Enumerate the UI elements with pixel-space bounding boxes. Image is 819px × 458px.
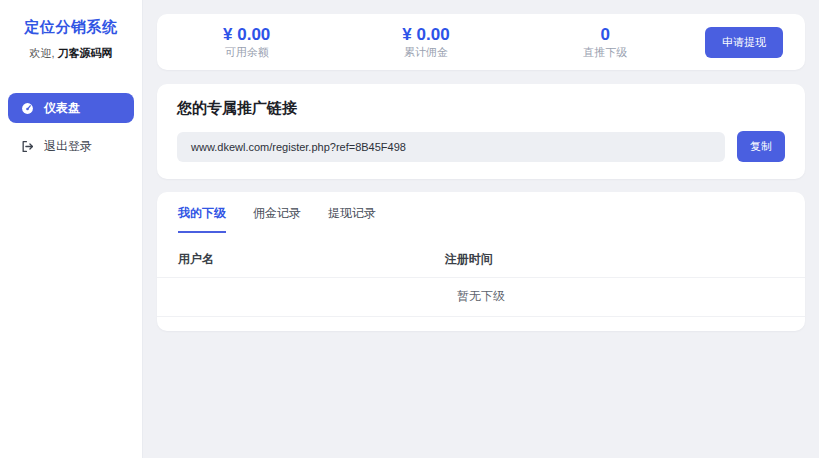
username: 刀客源码网 <box>58 47 113 59</box>
main-content: ¥ 0.00 可用余额 ¥ 0.00 累计佣金 0 直推下级 申请提现 您的专属… <box>143 0 819 458</box>
stat-label: 可用余额 <box>157 46 336 60</box>
tab-withdraw-records[interactable]: 提现记录 <box>328 205 376 233</box>
stat-available-balance: ¥ 0.00 可用余额 <box>157 24 336 60</box>
copy-button[interactable]: 复制 <box>737 131 785 162</box>
sidebar-item-logout[interactable]: 退出登录 <box>8 131 134 161</box>
column-header-username: 用户名 <box>178 251 445 268</box>
referral-link-field[interactable]: www.dkewl.com/register.php?ref=8B45F498 <box>177 132 725 162</box>
gauge-icon <box>21 102 34 115</box>
referral-row: www.dkewl.com/register.php?ref=8B45F498 … <box>177 131 785 162</box>
sidebar-item-label: 退出登录 <box>44 138 92 155</box>
tab-my-downline[interactable]: 我的下级 <box>178 205 226 233</box>
table-header-row: 用户名 注册时间 <box>157 245 805 278</box>
sidebar: 定位分销系统 欢迎, 刀客源码网 仪表盘 退出登录 <box>0 0 143 458</box>
downline-table: 用户名 注册时间 暂无下级 <box>157 245 805 317</box>
tab-commission-records[interactable]: 佣金记录 <box>253 205 301 233</box>
stat-value: ¥ 0.00 <box>157 24 336 45</box>
column-header-register-time: 注册时间 <box>445 251 493 268</box>
stat-direct-referrals: 0 直推下级 <box>516 24 695 60</box>
welcome-text: 欢迎, 刀客源码网 <box>0 46 142 61</box>
app-title: 定位分销系统 <box>0 18 142 37</box>
stat-value: 0 <box>516 24 695 45</box>
tab-bar: 我的下级 佣金记录 提现记录 <box>157 205 805 233</box>
referral-card: 您的专属推广链接 www.dkewl.com/register.php?ref=… <box>157 84 805 179</box>
downline-card: 我的下级 佣金记录 提现记录 用户名 注册时间 暂无下级 <box>157 192 805 331</box>
sidebar-nav: 仪表盘 退出登录 <box>0 93 142 161</box>
stat-total-commission: ¥ 0.00 累计佣金 <box>336 24 515 60</box>
logout-icon <box>21 140 34 153</box>
table-empty-row: 暂无下级 <box>157 278 805 317</box>
withdraw-button[interactable]: 申请提现 <box>705 27 783 58</box>
sidebar-item-label: 仪表盘 <box>44 100 80 117</box>
welcome-prefix: 欢迎, <box>29 47 54 59</box>
referral-title: 您的专属推广链接 <box>177 99 785 118</box>
stat-label: 直推下级 <box>516 46 695 60</box>
stats-card: ¥ 0.00 可用余额 ¥ 0.00 累计佣金 0 直推下级 申请提现 <box>157 14 805 70</box>
stat-label: 累计佣金 <box>336 46 515 60</box>
stat-value: ¥ 0.00 <box>336 24 515 45</box>
sidebar-item-dashboard[interactable]: 仪表盘 <box>8 93 134 123</box>
